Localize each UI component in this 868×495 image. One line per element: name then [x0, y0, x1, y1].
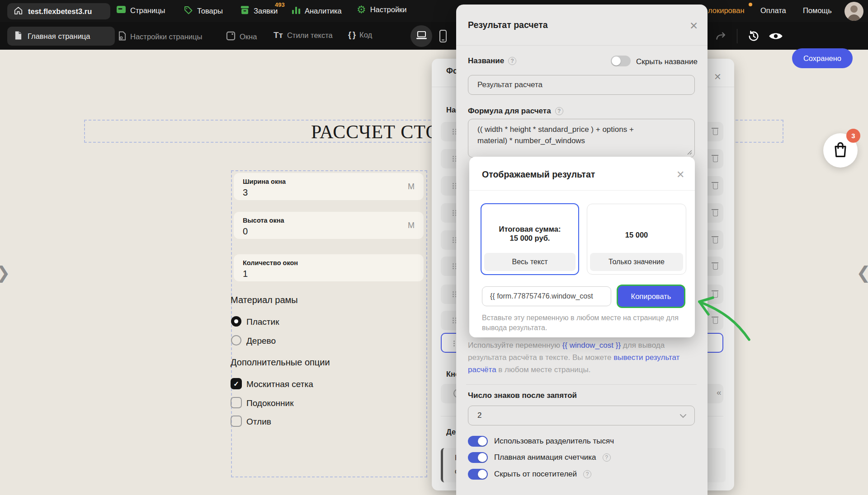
current-page-button[interactable]: Главная страница [7, 27, 115, 46]
counter-animation-toggle[interactable] [468, 452, 488, 463]
nav-settings[interactable]: ⚙ Настройки [357, 5, 407, 15]
field-label: Высота окна [243, 217, 284, 224]
form-field-width[interactable]: Ширина окна 3 М [234, 173, 424, 200]
drag-handle-icon[interactable] [453, 156, 454, 157]
avatar[interactable] [844, 2, 863, 21]
phone-icon [439, 36, 447, 44]
output-result-link[interactable]: расчёта [468, 365, 496, 374]
help-icon[interactable]: ? [583, 470, 591, 478]
material-group-label: Материал рамы [231, 295, 298, 305]
option-preview-line: 15 000 [587, 230, 686, 239]
toggle-label: Использовать разделитель тысяч [494, 437, 614, 446]
modal-divider [469, 190, 695, 191]
help-icon[interactable]: ? [555, 107, 563, 115]
checkbox-drip-label[interactable]: Отлив [246, 417, 271, 427]
help-icon[interactable]: ? [603, 453, 611, 462]
nav-goods[interactable]: Товары [184, 5, 223, 17]
options-group-label: Дополнительные опции [231, 357, 330, 368]
output-result-link[interactable]: вывести результат [613, 353, 679, 362]
blocked-status-label[interactable]: локирован [708, 6, 745, 15]
variable-input[interactable]: {{ form.778757476.window_cost [482, 286, 611, 306]
code-icon: { } [348, 30, 355, 40]
nav-pages[interactable]: Страницы [116, 5, 165, 15]
drag-handle-icon[interactable] [453, 129, 454, 130]
code-button[interactable]: { } Код [348, 30, 372, 40]
name-label: Название [468, 56, 504, 65]
radio-wood-label[interactable]: Дерево [246, 336, 276, 346]
trash-icon[interactable] [713, 292, 718, 298]
drag-handle-icon[interactable] [453, 341, 455, 342]
drag-handle-icon[interactable] [453, 291, 454, 293]
modal-divider [466, 384, 697, 385]
trash-icon[interactable] [713, 129, 718, 135]
preview-button[interactable] [769, 31, 783, 43]
nav-orders[interactable]: Заявки [240, 5, 278, 16]
drag-handle-icon[interactable] [453, 318, 454, 319]
radio-wood[interactable] [231, 335, 241, 346]
radio-plastic[interactable] [231, 316, 241, 327]
resize-handle-icon[interactable] [687, 150, 692, 155]
page-settings-button[interactable]: Настройки страницы [118, 31, 202, 42]
mobile-view-button[interactable] [439, 30, 447, 44]
checkbox-windowsill-label[interactable]: Подоконник [246, 398, 293, 408]
text-styles-label: Стили текста [287, 31, 333, 40]
window-icon [226, 31, 236, 42]
text-styles-button[interactable]: Tт Стили текста [274, 30, 333, 40]
page-gear-icon [118, 31, 126, 42]
cart-badge: 3 [846, 129, 860, 143]
nav-payment[interactable]: Оплата [760, 6, 786, 15]
decimals-select[interactable]: 2 [468, 406, 695, 425]
checkbox-drip[interactable] [231, 416, 242, 427]
trash-icon[interactable] [713, 210, 718, 216]
home-icon [14, 6, 23, 17]
trash-icon[interactable] [713, 318, 718, 324]
thousands-separator-toggle[interactable] [468, 436, 488, 447]
hide-from-visitors-toggle[interactable] [468, 469, 488, 480]
form-field-height[interactable]: Высота окна 0 М [234, 212, 424, 239]
option-value-only-card[interactable]: 15 000 Только значение [587, 204, 686, 275]
panel-close-icon[interactable]: ✕ [714, 72, 722, 81]
saved-button[interactable]: Сохранено [792, 48, 853, 68]
option-full-text-card[interactable]: Итоговая сумма: 15 000 руб. Весь текст [481, 203, 579, 275]
checkbox-mosquito-net-label[interactable]: Москитная сетка [246, 379, 313, 389]
drag-handle-icon[interactable] [453, 210, 454, 211]
modal-close-icon[interactable]: ✕ [676, 170, 684, 180]
trash-icon[interactable] [713, 238, 718, 243]
hide-name-toggle[interactable] [611, 56, 631, 66]
collapse-icon[interactable]: « [717, 388, 722, 397]
variable-token[interactable]: {{ window_cost }} [562, 341, 621, 350]
formula-line: (( width * height * standard_price ) + o… [477, 124, 685, 135]
formula-textarea[interactable]: (( width * height * standard_price ) + o… [468, 119, 695, 158]
copy-button[interactable]: Копировать [618, 286, 684, 307]
checkbox-windowsill[interactable] [231, 397, 242, 408]
formula-line: material) * number_of_windows [477, 135, 685, 146]
name-input[interactable]: Результат расчета [468, 75, 695, 95]
help-icon[interactable]: ? [508, 57, 516, 65]
drag-handle-icon[interactable] [453, 263, 454, 265]
checkbox-mosquito-net[interactable]: ✓ [231, 378, 242, 389]
nav-help[interactable]: Помощь [803, 6, 832, 15]
form-field-count[interactable]: Количество окон 1 [234, 254, 424, 281]
drag-handle-icon[interactable] [453, 237, 454, 238]
hint-text: в любом месте страницы. [496, 365, 591, 374]
nav-analytics[interactable]: Аналитика [292, 5, 342, 16]
left-edge-panel-arrow[interactable]: ❯ [0, 263, 10, 283]
editor-toolbar: Главная страница Настройки страницы Окна… [0, 22, 868, 50]
drag-handle-icon[interactable] [453, 183, 454, 184]
desktop-view-button[interactable] [410, 25, 432, 47]
right-edge-panel-arrow[interactable]: ❮ [856, 263, 868, 283]
orders-box-icon [240, 5, 250, 16]
site-home-button[interactable]: test.flexbetest3.ru [7, 3, 110, 19]
option-footer-label: Весь текст [484, 253, 576, 271]
trash-icon[interactable] [713, 264, 718, 270]
history-button[interactable] [747, 29, 760, 45]
trash-icon[interactable] [713, 183, 718, 189]
modal-close-icon[interactable]: ✕ [689, 21, 698, 31]
trash-icon[interactable] [713, 156, 718, 162]
redo-button[interactable] [715, 31, 727, 42]
orders-count-badge: 493 [275, 1, 285, 8]
radio-plastic-label[interactable]: Пластик [246, 317, 279, 327]
hint-text: результата расчёта в тексте. Вы можете [468, 353, 613, 362]
text-style-icon: Tт [274, 30, 283, 40]
windows-button[interactable]: Окна [226, 31, 257, 42]
